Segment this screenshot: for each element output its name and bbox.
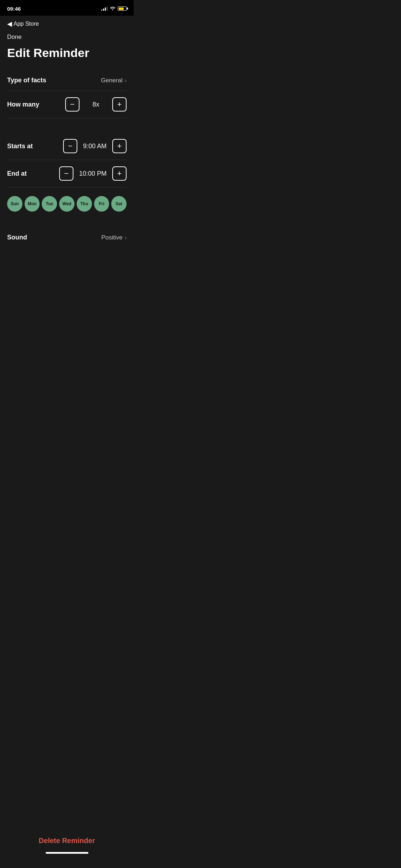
status-time: 09:46 [7,6,21,12]
end-at-label: End at [7,170,27,177]
end-at-decrement-button[interactable]: − [59,166,73,181]
main-content: Done Edit Reminder Type of facts General… [0,31,134,248]
type-of-facts-value: General [101,77,122,84]
how-many-increment-button[interactable]: + [112,97,127,112]
nav-bar: ◀ App Store [0,16,134,31]
sound-value: Positive [101,234,123,241]
status-icons [101,6,127,11]
signal-icon [101,6,108,11]
starts-at-label: Starts at [7,143,33,150]
back-label: App Store [14,21,39,27]
sound-label: Sound [7,234,27,241]
sound-row[interactable]: Sound Positive › [7,227,127,248]
sound-value-group: Positive › [101,234,127,241]
day-wed-button[interactable]: Wed [59,196,74,212]
end-at-stepper: − 10:00 PM + [59,166,127,181]
day-mon-button[interactable]: Mon [25,196,40,212]
how-many-label: How many [7,101,39,108]
day-sun-button[interactable]: Sun [7,196,22,212]
starts-at-row: Starts at − 9:00 AM + [7,133,127,160]
battery-fill [119,7,124,10]
back-chevron-icon: ◀ [7,20,12,28]
page-title: Edit Reminder [7,46,127,60]
days-section: Sun Mon Tue Wed Thu Fri Sat [7,187,127,220]
starts-at-increment-button[interactable]: + [112,139,127,153]
end-at-increment-button[interactable]: + [112,166,127,181]
type-of-facts-label: Type of facts [7,77,46,84]
starts-at-stepper: − 9:00 AM + [63,139,127,153]
status-bar: 09:46 [0,0,134,16]
how-many-decrement-button[interactable]: − [65,97,79,112]
sound-chevron-icon: › [125,234,127,241]
day-fri-button[interactable]: Fri [94,196,109,212]
how-many-stepper: − 8x + [65,97,127,112]
wifi-icon [110,6,115,11]
type-of-facts-chevron-icon: › [125,77,127,84]
back-button[interactable]: ◀ App Store [7,20,127,28]
day-sat-button[interactable]: Sat [111,196,127,212]
battery-icon [118,6,127,11]
starts-at-value: 9:00 AM [83,143,107,150]
type-of-facts-value-group: General › [101,77,127,84]
starts-at-decrement-button[interactable]: − [63,139,77,153]
done-button[interactable]: Done [7,31,22,43]
day-tue-button[interactable]: Tue [42,196,57,212]
end-at-value: 10:00 PM [79,170,107,177]
end-at-row: End at − 10:00 PM + [7,160,127,187]
how-many-value: 8x [85,101,107,108]
days-grid: Sun Mon Tue Wed Thu Fri Sat [7,196,127,212]
day-thu-button[interactable]: Thu [77,196,92,212]
how-many-row: How many − 8x + [7,91,127,118]
type-of-facts-row[interactable]: Type of facts General › [7,70,127,91]
